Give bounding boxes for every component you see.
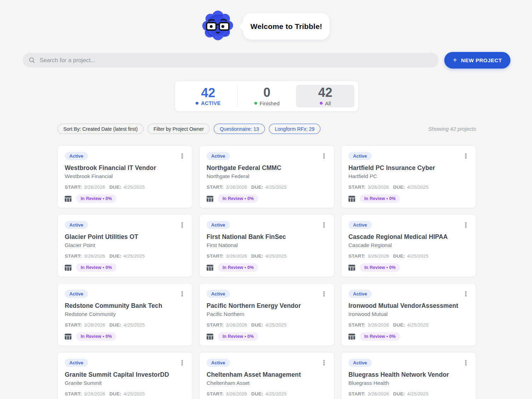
stat-all[interactable]: 42 All <box>296 85 354 107</box>
due-label: DUE: <box>393 184 405 190</box>
project-card[interactable]: Active Ironwood Mutual VendorAssessment … <box>341 283 476 346</box>
project-dates: START: 3/26/2026 DUE: 4/25/2025 <box>207 253 327 259</box>
status-badge: Active <box>207 221 230 229</box>
progress-pill: In Review • 0% <box>76 332 116 341</box>
due-date: 4/25/2025 <box>407 253 428 259</box>
due-date: 4/25/2025 <box>407 391 428 397</box>
project-card[interactable]: Active Granite Summit Capital InvestorDD… <box>57 352 192 399</box>
status-badge: Active <box>348 152 372 160</box>
project-card[interactable]: Active First National Bank FinSec First … <box>199 214 334 277</box>
start-label: START: <box>65 253 82 259</box>
project-title: Westbrook Financial IT Vendor <box>65 164 185 172</box>
start-date: 3/26/2026 <box>84 322 105 328</box>
kebab-menu-icon[interactable] <box>321 222 327 229</box>
project-card[interactable]: Active Redstone Community Bank Tech Reds… <box>57 283 192 346</box>
questionnaire-filter-button[interactable]: Questionnaire: 13 <box>214 124 265 134</box>
project-title: Cheltenham Asset Management <box>207 371 327 379</box>
project-card[interactable]: Active Glacier Point Utilities OT Glacie… <box>57 214 192 277</box>
kebab-menu-icon[interactable] <box>463 360 469 367</box>
start-date: 3/26/2026 <box>84 391 105 397</box>
project-subtitle: Ironwood Mutual <box>348 311 469 317</box>
progress-pill: In Review • 0% <box>360 332 400 341</box>
project-subtitle: Cascade Regional <box>348 242 469 248</box>
progress-pill: In Review • 0% <box>360 263 400 272</box>
kebab-menu-icon[interactable] <box>463 291 469 298</box>
kebab-menu-icon[interactable] <box>321 360 327 367</box>
kebab-menu-icon[interactable] <box>179 360 185 367</box>
project-card[interactable]: Active Cheltenham Asset Management Chelt… <box>199 352 334 399</box>
progress-pill: In Review • 0% <box>360 194 400 203</box>
kebab-menu-icon[interactable] <box>179 222 185 229</box>
project-card[interactable]: Active Hartfield PC Insurance Cyber Hart… <box>341 145 476 208</box>
table-icon <box>65 196 71 202</box>
project-dates: START: 3/26/2026 DUE: 4/25/2025 <box>348 391 469 397</box>
project-card[interactable]: Active Westbrook Financial IT Vendor Wes… <box>57 145 192 208</box>
stat-active-value: 42 <box>201 86 215 100</box>
start-date: 3/26/2026 <box>368 391 389 397</box>
project-title: Ironwood Mutual VendorAssessment <box>348 302 469 310</box>
project-card[interactable]: Active Bluegrass Health Network Vendor B… <box>341 352 476 399</box>
kebab-menu-icon[interactable] <box>463 222 469 229</box>
new-project-button[interactable]: + NEW PROJECT <box>444 52 510 69</box>
table-icon <box>207 265 213 271</box>
project-subtitle: Hartfield PC <box>348 173 469 179</box>
stats-card: 42 ACTIVE 0 Finished 42 All <box>175 81 359 112</box>
project-card[interactable]: Active Pacific Northern Energy Vendor Pa… <box>199 283 334 346</box>
tribble-mascot-icon <box>202 9 234 42</box>
status-badge: Active <box>65 359 88 367</box>
start-label: START: <box>348 253 365 259</box>
new-project-label: NEW PROJECT <box>461 57 502 63</box>
start-date: 3/26/2026 <box>84 184 105 190</box>
project-dates: START: 3/26/2026 DUE: 4/25/2025 <box>207 184 327 190</box>
welcome-text: Welcome to Tribble! <box>250 22 322 31</box>
kebab-menu-icon[interactable] <box>179 291 185 298</box>
start-label: START: <box>65 391 82 397</box>
stat-active[interactable]: 42 ACTIVE <box>179 85 237 107</box>
project-card[interactable]: Active Cascade Regional Medical HIPAA Ca… <box>341 214 476 277</box>
start-label: START: <box>207 322 224 328</box>
kebab-menu-icon[interactable] <box>321 153 327 160</box>
start-label: START: <box>207 184 224 190</box>
project-dates: START: 3/26/2026 DUE: 4/25/2025 <box>207 391 327 397</box>
filter-row: Sort By: Created Date (latest first) Fil… <box>57 124 476 134</box>
progress-pill: In Review • 0% <box>218 194 258 203</box>
status-badge: Active <box>65 221 88 229</box>
kebab-menu-icon[interactable] <box>463 153 469 160</box>
stat-finished[interactable]: 0 Finished <box>237 85 296 107</box>
project-dates: START: 3/26/2026 DUE: 4/25/2025 <box>348 253 469 259</box>
longform-filter-button[interactable]: Longform RFx: 29 <box>269 124 320 134</box>
status-badge: Active <box>348 221 372 229</box>
start-label: START: <box>207 253 224 259</box>
showing-count-label: Showing 42 projects <box>428 126 476 132</box>
status-badge: Active <box>207 152 230 160</box>
project-dates: START: 3/26/2026 DUE: 4/25/2025 <box>207 322 327 328</box>
start-date: 3/26/2026 <box>368 253 389 259</box>
kebab-menu-icon[interactable] <box>179 153 185 160</box>
due-label: DUE: <box>251 253 263 259</box>
finished-dot-icon <box>254 102 257 105</box>
search-icon <box>29 57 35 63</box>
project-title: Granite Summit Capital InvestorDD <box>65 371 185 379</box>
due-label: DUE: <box>109 391 121 397</box>
start-label: START: <box>65 322 82 328</box>
project-dates: START: 3/26/2026 DUE: 4/25/2025 <box>65 322 185 328</box>
due-date: 4/25/2025 <box>265 184 287 190</box>
project-card[interactable]: Active Northgate Federal CMMC Northgate … <box>199 145 334 208</box>
project-title: Glacier Point Utilities OT <box>65 233 185 241</box>
stat-all-label: All <box>325 100 331 106</box>
welcome-bubble: Welcome to Tribble! <box>243 13 330 40</box>
owner-filter-button[interactable]: Filter by Project Owner <box>148 124 210 134</box>
due-label: DUE: <box>393 322 405 328</box>
start-date: 3/26/2026 <box>226 322 247 328</box>
search-input[interactable] <box>35 53 439 68</box>
status-badge: Active <box>348 359 372 367</box>
project-subtitle: Glacier Point <box>65 242 185 248</box>
start-label: START: <box>207 391 224 397</box>
project-subtitle: Westbrook Financial <box>65 173 185 179</box>
kebab-menu-icon[interactable] <box>321 291 327 298</box>
sort-by-button[interactable]: Sort By: Created Date (latest first) <box>57 124 144 134</box>
due-date: 4/25/2025 <box>265 253 287 259</box>
status-badge: Active <box>65 152 88 160</box>
project-title: First National Bank FinSec <box>207 233 327 241</box>
search-bar[interactable] <box>23 53 439 68</box>
